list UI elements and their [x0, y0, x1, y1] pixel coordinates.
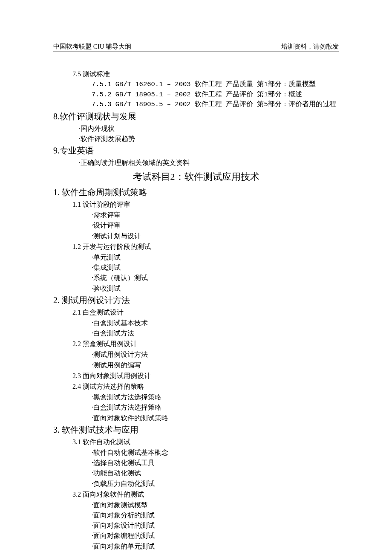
section-2-4-item: ·面向对象软件的测试策略 — [92, 413, 339, 423]
section-2-2-item: ·测试用例的编写 — [92, 360, 339, 370]
section-7-5-item: 7.5.2 GB/T 18905.1 – 2002 软件工程 产品评价 第1部分… — [92, 90, 339, 99]
subject-2-title: 考试科目2：软件测试应用技术 — [53, 170, 339, 184]
section-3-1-title: 3.1 软件自动化测试 — [72, 437, 339, 447]
section-2-1-title: 2.1 白盒测试设计 — [72, 307, 339, 317]
section-3-title: 3. 软件测试技术与应用 — [53, 424, 339, 436]
section-2-1-item: ·白盒测试基本技术 — [92, 318, 339, 328]
section-1-2-title: 1.2 开发与运行阶段的测试 — [72, 242, 339, 251]
section-2-3-title: 2.3 面向对象测试用例设计 — [72, 371, 339, 381]
section-2-2-title: 2.2 黑盒测试用例设计 — [72, 339, 339, 349]
section-8-item: ·软件评测发展趋势 — [79, 134, 339, 144]
header-right: 培训资料，请勿散发 — [281, 43, 339, 51]
section-1-2-item: ·集成测试 — [92, 263, 339, 272]
section-1-1-title: 1.1 设计阶段的评审 — [72, 199, 339, 209]
section-3-1-item: ·功能自动化测试 — [92, 468, 339, 478]
section-1-1-item: ·设计评审 — [92, 220, 339, 230]
section-3-2-item: ·面向对象的单元测试 — [92, 541, 339, 551]
section-8-item: ·国内外现状 — [79, 124, 339, 133]
section-1-1-item: ·需求评审 — [92, 210, 339, 220]
section-7-5-title: 7.5 测试标准 — [72, 69, 339, 79]
section-3-1-item: ·负载压力自动化测试 — [92, 479, 339, 489]
section-2-2-item: ·测试用例设计方法 — [92, 350, 339, 359]
section-9-title: 9.专业英语 — [53, 145, 339, 157]
section-2-1-item: ·白盒测试方法 — [92, 328, 339, 338]
section-2-4-item: ·白盒测试方法选择策略 — [92, 402, 339, 412]
section-2-4-title: 2.4 测试方法选择的策略 — [72, 382, 339, 391]
section-8-title: 8.软件评测现状与发展 — [53, 110, 339, 123]
header-left: 中国软考联盟 CIU 辅导大纲 — [53, 43, 131, 51]
section-1-2-item: ·单元测试 — [92, 252, 339, 262]
page-header: 中国软考联盟 CIU 辅导大纲 培训资料，请勿散发 — [53, 43, 339, 52]
section-7-5-item: 7.5.3 GB/T 18905.5 – 2002 软件工程 产品评价 第5部分… — [92, 100, 339, 109]
section-9-item: ·正确阅读并理解相关领域的英文资料 — [79, 158, 339, 168]
section-3-2-item: ·面向对象编程的测试 — [92, 531, 339, 541]
section-1-1-item: ·测试计划与设计 — [92, 231, 339, 241]
section-3-2-title: 3.2 面向对象软件的测试 — [72, 489, 339, 499]
section-3-2-item: ·面向对象测试模型 — [92, 500, 339, 510]
section-3-2-item: ·面向对象设计的测试 — [92, 520, 339, 530]
section-1-title: 1. 软件生命周期测试策略 — [53, 186, 339, 199]
section-3-1-item: ·软件自动化测试基本概念 — [92, 448, 339, 457]
section-2-4-item: ·黑盒测试方法选择策略 — [92, 392, 339, 402]
section-1-2-item: ·系统（确认）测试 — [92, 273, 339, 283]
section-3-2-item: ·面向对象分析的测试 — [92, 510, 339, 520]
outline-content: 7.5 测试标准 7.5.1 GB/T 16260.1 – 2003 软件工程 … — [53, 69, 339, 551]
section-1-2-item: ·验收测试 — [92, 283, 339, 293]
section-7-5-item: 7.5.1 GB/T 16260.1 – 2003 软件工程 产品质量 第1部分… — [92, 80, 339, 89]
section-2-title: 2. 测试用例设计方法 — [53, 294, 339, 306]
section-3-1-item: ·选择自动化测试工具 — [92, 458, 339, 468]
